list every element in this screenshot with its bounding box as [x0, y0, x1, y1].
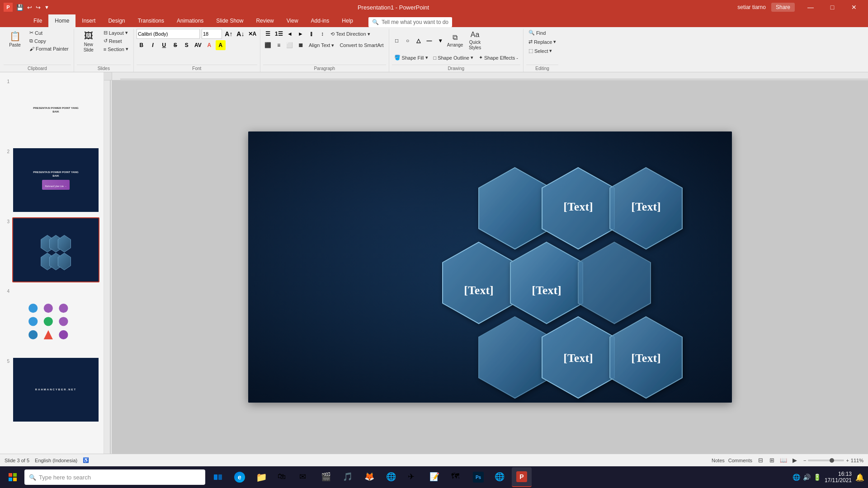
tab-addins[interactable]: Add-ins [305, 14, 336, 27]
save-icon[interactable]: 💾 [16, 4, 24, 11]
strikethrough-btn[interactable]: S [170, 40, 180, 50]
copy-btn[interactable]: ⧉ Copy [27, 37, 71, 45]
tab-file[interactable]: File [27, 14, 48, 27]
slide-thumb-1[interactable]: 1 PRESENTASI POWER POINT YANGBAIK [3, 76, 101, 144]
shape-outline-btn[interactable]: □ Shape Outline ▾ [431, 54, 476, 61]
zoom-thumb[interactable] [830, 458, 834, 463]
start-btn[interactable] [4, 468, 22, 486]
customize-icon[interactable]: ▼ [44, 5, 49, 10]
cut-btn[interactable]: ✂ Cut [27, 29, 71, 37]
quick-styles-btn[interactable]: Aa QuickStyles [465, 29, 485, 52]
line-spacing-btn[interactable]: ↕ [317, 29, 327, 39]
shape-triangle-btn[interactable]: △ [414, 36, 424, 46]
maximize-btn[interactable]: □ [822, 0, 843, 14]
arrange-btn[interactable]: ⧉ Arrange [446, 32, 464, 50]
tab-home[interactable]: Home [48, 14, 75, 27]
minimize-btn[interactable]: — [800, 0, 821, 14]
tab-help[interactable]: Help [335, 14, 359, 27]
new-slide-btn[interactable]: 🖼 NewSlide [77, 29, 100, 55]
notes-btn[interactable]: Notes [712, 458, 725, 463]
slide-sorter-btn[interactable]: ⊞ [767, 456, 777, 465]
zoom-out-btn[interactable]: − [803, 458, 806, 463]
tab-design[interactable]: Design [102, 14, 131, 27]
firefox-btn[interactable]: 🦊 [360, 467, 380, 487]
tab-animations[interactable]: Animations [170, 14, 210, 27]
font-size-input[interactable] [202, 29, 222, 39]
tab-view[interactable]: View [280, 14, 305, 27]
store-btn[interactable]: 🛍 [273, 467, 293, 487]
font-color-btn[interactable]: A [204, 40, 214, 50]
media-btn[interactable]: 🎵 [338, 467, 358, 487]
zoom-slider[interactable] [808, 460, 844, 461]
clock[interactable]: 16:13 17/11/2021 [825, 471, 852, 483]
volume-icon[interactable]: 🔊 [803, 474, 811, 481]
highlight-btn[interactable]: A [216, 40, 226, 50]
redo-icon[interactable]: ↪ [36, 4, 41, 11]
text-direction-btn[interactable]: ⟲ Text Direction ▾ [328, 30, 373, 38]
increase-indent-btn[interactable]: ► [296, 29, 306, 39]
reading-view-btn[interactable]: 📖 [778, 456, 788, 465]
shape-fill-btn[interactable]: 🪣 Shape Fill ▾ [392, 54, 430, 61]
align-right-btn[interactable]: ⬜ [285, 40, 295, 50]
telegram-btn[interactable]: ✈ [403, 467, 423, 487]
window-controls[interactable]: — □ ✕ [800, 0, 864, 14]
powerpoint-taskbar-btn[interactable]: P [512, 467, 532, 487]
slide-thumb-4[interactable]: 4 [3, 286, 101, 354]
slide-thumb-3[interactable]: 3 [3, 216, 101, 284]
accessibility-icon[interactable]: ♿ [83, 457, 89, 463]
format-painter-btn[interactable]: 🖌 Format Painter [27, 45, 71, 52]
align-center-btn[interactable]: ≡ [274, 40, 284, 50]
battery-icon[interactable]: 🔋 [813, 474, 821, 481]
justify-btn[interactable]: ≣ [296, 40, 306, 50]
increase-font-btn[interactable]: A↑ [224, 29, 234, 39]
align-left-btn[interactable]: ⬛ [263, 40, 273, 50]
slideshow-btn[interactable]: ▶ [790, 456, 800, 465]
bold-btn[interactable]: B [137, 40, 146, 50]
tab-insert[interactable]: Insert [75, 14, 102, 27]
tab-transitions[interactable]: Transitions [132, 14, 170, 27]
bullets-btn[interactable]: ☰ [263, 29, 273, 39]
zoom-in-btn[interactable]: + [846, 458, 849, 463]
chrome2-btn[interactable]: 🌐 [490, 467, 510, 487]
tab-review[interactable]: Review [250, 14, 280, 27]
notification-btn[interactable]: 🔔 [855, 473, 864, 482]
normal-view-btn[interactable]: ⊟ [756, 456, 766, 465]
layout-btn[interactable]: ⊟ Layout ▾ [101, 29, 131, 37]
canvas-container[interactable]: [Text] [Text] [Text] [Text] [112, 80, 868, 454]
taskbar-search[interactable]: 🔍 Type here to search [24, 469, 205, 485]
task-view-btn[interactable] [208, 467, 228, 487]
shape-rect-btn[interactable]: □ [392, 36, 402, 46]
reset-btn[interactable]: ↺ Reset [101, 37, 131, 45]
chrome-btn[interactable]: 🌐 [382, 467, 401, 487]
convert-smartart-btn[interactable]: Convert to SmartArt [337, 42, 386, 49]
columns-btn[interactable]: ⫿ [307, 29, 316, 39]
tell-me-text[interactable]: Tell me what you want to do [382, 19, 448, 25]
replace-btn[interactable]: ⇄ Replace ▾ [526, 38, 558, 46]
italic-btn[interactable]: I [148, 40, 158, 50]
share-btn[interactable]: Share [771, 3, 795, 12]
tab-slideshow[interactable]: Slide Show [210, 14, 250, 27]
network-icon[interactable]: 🌐 [793, 474, 800, 481]
slide-preview-1[interactable]: PRESENTASI POWER POINT YANGBAIK [12, 77, 99, 143]
shape-more-btn[interactable]: ▾ [435, 36, 445, 46]
select-btn[interactable]: ⬚ Select ▾ [526, 47, 555, 55]
slide-preview-2[interactable]: PRESENTASI POWER POINT YANGBAIK RahmanCy… [12, 147, 99, 213]
find-btn[interactable]: 🔍 Find [526, 29, 548, 37]
char-spacing-btn[interactable]: AV [193, 40, 203, 50]
numbering-btn[interactable]: 1☰ [274, 29, 284, 39]
shape-circle-btn[interactable]: ○ [403, 36, 413, 46]
align-text-btn[interactable]: Align Text ▾ [307, 42, 337, 49]
mail-btn[interactable]: ✉ [295, 467, 315, 487]
decrease-indent-btn[interactable]: ◄ [285, 29, 295, 39]
paste-btn[interactable]: 📋 Paste [4, 29, 26, 50]
slide-canvas[interactable]: [Text] [Text] [Text] [Text] [248, 131, 732, 403]
undo-icon[interactable]: ↩ [27, 4, 32, 11]
explorer-btn[interactable]: 📁 [251, 467, 271, 487]
slide-preview-5[interactable]: RAHMANCYBER.NET [12, 357, 99, 422]
close-btn[interactable]: ✕ [844, 0, 864, 14]
slide-preview-4[interactable] [12, 287, 99, 352]
decrease-font-btn[interactable]: A↓ [236, 29, 245, 39]
notes-app-btn[interactable]: 📝 [425, 467, 445, 487]
slide-thumb-2[interactable]: 2 PRESENTASI POWER POINT YANGBAIK Rahman… [3, 146, 101, 214]
maps-btn[interactable]: 🗺 [447, 467, 467, 487]
